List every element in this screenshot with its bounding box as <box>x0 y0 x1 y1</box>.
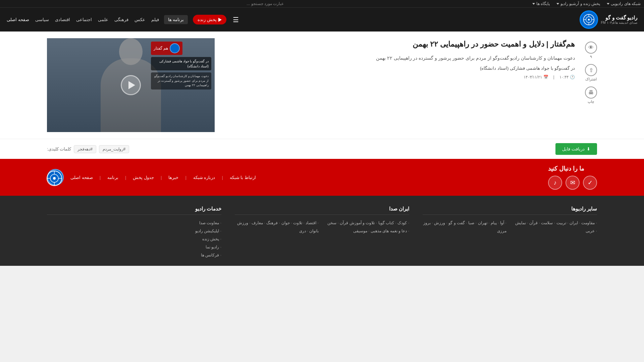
footer-link-dari[interactable]: دری <box>299 229 308 233</box>
footer-link-farhang[interactable]: فرهنگ <box>266 221 280 225</box>
hamburger-menu[interactable]: ☰ <box>231 14 240 25</box>
download-button[interactable]: ⬇ دریافت فایل <box>555 143 597 155</box>
keyword-daheh[interactable]: #دهه‌فجر <box>74 145 96 153</box>
footer-link-varzesh[interactable]: ورزش <box>434 221 447 225</box>
follow-link-jadval[interactable]: جدول پخش <box>133 175 154 180</box>
footer-link-ketab[interactable]: کتاب گویا <box>378 221 396 225</box>
share-item[interactable]: ⇧ اشتراک <box>585 64 597 81</box>
follow-icon-sound[interactable]: ♪ <box>548 176 562 190</box>
search-placeholder[interactable]: عبارت مورد جستجو ... <box>247 1 284 6</box>
logo-icon[interactable] <box>580 10 598 29</box>
follow-icon-check[interactable]: ✓ <box>583 176 597 190</box>
nav-eqtesadi[interactable]: اقتصادی <box>55 17 70 22</box>
footer-link-pakhsh[interactable]: پخش زنده <box>47 235 221 243</box>
footer-col-services: خدمات رادیو معاونت صدا اپلیکیشن رادیو پخ… <box>47 206 221 259</box>
article-time: 🕐 ۱۰:۴۴ <box>559 75 575 79</box>
footer-link-ava[interactable]: آوا <box>500 221 506 225</box>
video-badge: هم گفتار <box>154 46 168 51</box>
eye-icon: 👁 <box>585 42 597 54</box>
play-triangle <box>128 81 135 89</box>
follow-logo-icon <box>47 169 64 186</box>
footer-link-frequency[interactable]: فرکانس ها <box>47 251 221 259</box>
topbar-item-networks[interactable]: شبکه های رادیویی <box>607 1 641 6</box>
footer-link-javan[interactable]: جوان <box>281 221 292 225</box>
footer-link-iran[interactable]: ایران <box>570 221 580 225</box>
footer-link-telavat[interactable]: تلاوت و آموزش قرآن <box>340 221 377 225</box>
footer-link-arabi[interactable]: عربی <box>586 229 597 233</box>
footer-col-title-iranseda: ایران صدا <box>235 206 409 215</box>
share-label: اشتراک <box>585 77 597 81</box>
footer-link-tarbiat[interactable]: تربیت <box>556 221 569 225</box>
topbar-item-live[interactable]: پخش زنده و آرشیو رادیو <box>556 1 600 6</box>
nav-aks[interactable]: عکس <box>135 17 145 22</box>
footer-other-radios-grid: مقاومت ایران تربیت سلامت قرآن نمایش عربی… <box>423 219 597 235</box>
article-text: هم‌گفتار | دلایل و اهمیت حضور در راهپیما… <box>225 38 575 79</box>
article-description: دعوت مهمانان و کارشناسان رادیو گفت‌وگو ا… <box>225 54 575 62</box>
follow-link-ertebat[interactable]: ارتباط با شبکه <box>230 175 256 180</box>
follow-icon-email[interactable]: ✉ <box>566 176 580 190</box>
nav-film[interactable]: فیلم <box>151 17 159 22</box>
main-header: رادیو گفت و گو صدای اندیشه ها FM ۱۰۳٫۵ ☰… <box>0 7 644 32</box>
footer-link-quran[interactable]: قرآن <box>529 221 540 225</box>
video-guest: در گفت‌وگو با جواد هاشمی فشارکی (استاد د… <box>154 59 209 69</box>
follow-link-akhbar[interactable]: خبرها <box>168 175 178 180</box>
play-button[interactable] <box>121 75 141 95</box>
download-arrow: ⬇ <box>587 146 590 152</box>
share-icon[interactable]: ⇧ <box>585 64 597 76</box>
footer: سایر رادیوها مقاومت ایران تربیت سلامت قر… <box>0 196 644 266</box>
footer-link-saba[interactable]: صبا <box>468 221 477 225</box>
footer-link-radionama[interactable]: رادیو نما <box>47 243 221 251</box>
article-meta: 🕐 ۱۰:۴۴ | 📅 ۱۴۰۳/۱۱/۲۱ <box>225 75 575 79</box>
play-icon <box>218 18 222 22</box>
nav-siyasi[interactable]: سیاسی <box>35 17 49 22</box>
footer-link-moqavemat[interactable]: مقاومت <box>581 221 597 225</box>
footer-iranseda-col1: کودک کتاب گویا تلاوت و آموزش قرآن سخن دع… <box>325 219 409 235</box>
follow-link-darbare[interactable]: درباره شبکه <box>193 175 215 180</box>
footer-link-koodak[interactable]: کودک <box>397 221 409 225</box>
footer-link-namayesh[interactable]: نمایش <box>515 221 528 225</box>
footer-link-eqtesad[interactable]: اقتصاد <box>306 221 319 225</box>
footer-link-doa[interactable]: دعا و نغمه های مذهبی <box>371 229 409 233</box>
video-thumbnail[interactable]: هم گفتار در گفت‌وگو با جواد هاشمی فشارکی… <box>47 38 215 132</box>
footer-iran-seda-grid: کودک کتاب گویا تلاوت و آموزش قرآن سخن دع… <box>235 219 409 235</box>
nav-elmi[interactable]: علمی <box>98 17 108 22</box>
video-overlay: هم گفتار در گفت‌وگو با جواد هاشمی فشارکی… <box>151 42 211 89</box>
footer-col-other-radios: سایر رادیوها مقاومت ایران تربیت سلامت قر… <box>423 206 597 259</box>
footer-col-title-radios: سایر رادیوها <box>423 206 597 215</box>
footer-link-app[interactable]: اپلیکیشن رادیو <box>47 227 221 235</box>
footer-link-moavenat[interactable]: معاونت صدا <box>47 219 221 227</box>
live-button[interactable]: پخش زنده <box>193 15 226 24</box>
article-date: 📅 ۱۴۰۳/۱۱/۲۱ <box>524 75 548 79</box>
footer-link-sokhan[interactable]: سخن <box>327 221 339 225</box>
article-title: هم‌گفتار | دلایل و اهمیت حضور در راهپیما… <box>225 38 575 50</box>
video-desc-overlay: دعوت مهمانان و کارشناسان رادیو گفت‌وگو ا… <box>154 74 209 88</box>
footer-link-telavat2[interactable]: تلاوت <box>293 221 305 225</box>
footer-grid: سایر رادیوها مقاومت ایران تربیت سلامت قر… <box>47 206 597 259</box>
keyword-rowayat[interactable]: #روایت_مردم <box>99 145 129 153</box>
follow-icons: ✓ ✉ ♪ <box>548 176 597 190</box>
follow-link-barnama[interactable]: برنامه <box>107 175 118 180</box>
follow-section: ما را دنبال کنید ✓ ✉ ♪ ارتباط با شبکه | … <box>0 159 644 196</box>
print-item[interactable]: 🖶 چاپ <box>585 86 597 104</box>
programs-button[interactable]: برنامه ها <box>164 15 188 24</box>
footer-link-tehran[interactable]: تهران <box>478 221 490 225</box>
footer-services-links: معاونت صدا اپلیکیشن رادیو پخش زنده رادیو… <box>47 219 221 259</box>
side-icons: 👁 ۹ ⇧ اشتراک 🖶 چاپ <box>585 38 597 104</box>
svg-point-2 <box>588 19 590 20</box>
footer-link-payam[interactable]: پیام <box>491 221 499 225</box>
footer-link-musiqi[interactable]: موسیقی <box>353 229 370 233</box>
top-bar: عبارت مورد جستجو ... پایگاه ها پخش زنده … <box>0 0 644 7</box>
nav-home[interactable]: صفحه اصلی <box>7 17 29 22</box>
footer-link-salamat[interactable]: سلامت <box>541 221 555 225</box>
svg-point-9 <box>53 177 56 180</box>
nav-ejtemaei[interactable]: اجتماعی <box>76 17 92 22</box>
follow-left: ما را دنبال کنید ✓ ✉ ♪ <box>548 165 597 190</box>
keywords-section: #روایت_مردم #دهه‌فجر کلمات کلیدی: <box>47 145 129 153</box>
footer-col-title-services: خدمات رادیو <box>47 206 221 215</box>
print-icon[interactable]: 🖶 <box>585 86 597 99</box>
topbar-item-payegah[interactable]: پایگاه ها <box>532 1 550 6</box>
follow-link-home[interactable]: صفحه اصلی <box>70 175 93 180</box>
nav-farhangi[interactable]: فرهنگی <box>114 17 128 22</box>
footer-link-maaref[interactable]: معارف <box>252 221 265 225</box>
footer-link-goftogo[interactable]: گفت و گو <box>448 221 467 225</box>
